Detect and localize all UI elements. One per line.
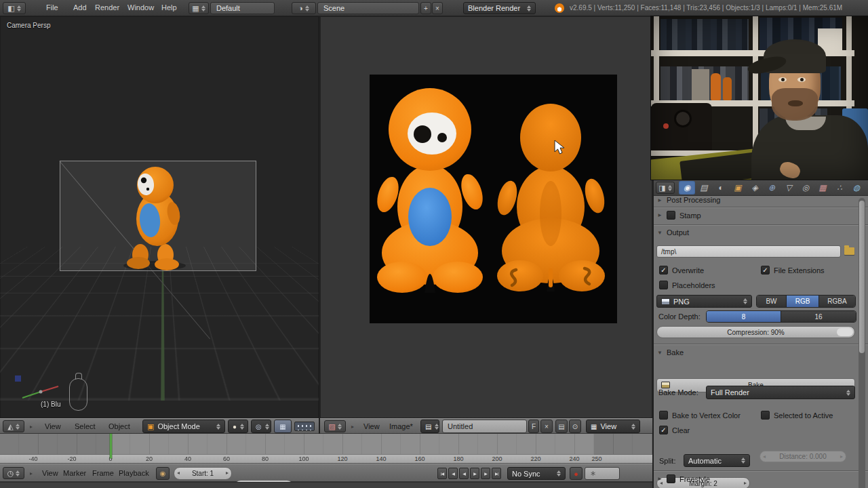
tab-particles[interactable]: ∴ [831,181,848,195]
bake-to-vertex-checkbox[interactable] [659,411,668,420]
record-autokey-button[interactable]: ● [570,467,583,480]
start-frame-field[interactable]: ◂ Start: 1 ▸ [174,467,232,480]
bake-distance-slider[interactable]: ◂ Distance: 0.000 ▸ [760,451,846,462]
timeline-playhead[interactable] [110,434,112,458]
tab-render[interactable]: ◉ [679,181,695,195]
timeline-menu-marker[interactable]: Marker [63,469,86,477]
tab-texture[interactable]: ▦ [814,181,831,195]
next-keyframe-button[interactable]: ▶ [481,468,490,479]
fake-user-button[interactable]: F [528,420,539,433]
tab-material[interactable]: ◎ [797,181,814,195]
header-collapse-icon[interactable]: ▸ [30,470,33,476]
pin-image-button[interactable]: ⊙ [569,420,581,433]
timeline-menu-playback[interactable]: Playback [119,469,149,477]
character-model-3d[interactable] [102,159,210,271]
menu-render[interactable]: Render [95,3,119,12]
keying-set-field[interactable]: ∗ [585,467,620,480]
image-name-field[interactable]: Untitled [442,420,527,433]
channels-rgb-button[interactable]: RGB [787,296,819,307]
output-path-field[interactable]: /tmp\ [656,245,841,258]
browse-output-path-button[interactable] [844,247,854,255]
preview-range-button[interactable]: ◉ [156,467,170,480]
decrement-icon[interactable]: ◂ [177,470,180,476]
timeline-menu-view[interactable]: View [42,469,58,477]
properties-scrollbar[interactable] [859,198,865,488]
freestyle-enable-checkbox[interactable] [667,474,675,483]
viewport-menu-view[interactable]: View [45,422,61,430]
screen-layout-name-field[interactable]: Default [210,2,275,14]
menu-file[interactable]: File [46,3,58,12]
file-extensions-option[interactable]: ✓ File Extensions [761,266,825,274]
timeline-track[interactable] [0,434,652,455]
manipulator-toggle-button[interactable]: ▦ [274,420,292,433]
panel-post-processing[interactable]: ► Post Processing [657,196,720,204]
display-mode-dropdown[interactable]: ▦ View [586,420,640,433]
mode-dropdown[interactable]: ▣ Object Mode [142,420,225,433]
clear-option[interactable]: ✓ Clear [659,426,690,434]
panel-bake[interactable]: ▼ Bake [657,348,684,357]
editor-type-info-button[interactable]: ◧ [3,2,26,14]
editor-type-uv-button[interactable]: ▨ [324,420,346,432]
unlink-image-button[interactable]: × [540,420,553,433]
placeholders-option[interactable]: Placeholders [659,281,715,289]
stamp-enable-checkbox[interactable] [667,211,675,220]
area-divider[interactable] [319,16,320,434]
file-extensions-checkbox[interactable]: ✓ [761,266,770,274]
3d-viewport[interactable]: Camera Persp (1) Blu [0,16,319,418]
pivot-point-dropdown[interactable]: ◎ [251,420,271,433]
header-collapse-icon[interactable]: ▸ [351,424,354,430]
tab-modifiers[interactable]: ⊕ [764,181,780,195]
timeline-ruler[interactable]: -40 -20 0 20 40 60 80 100 120 140 160 18… [0,455,652,464]
sync-mode-dropdown[interactable]: No Sync [507,467,566,480]
bake-to-vertex-option[interactable]: Bake to Vertex Color [659,411,741,420]
overwrite-option[interactable]: ✓ Overwrite [659,266,704,274]
viewport-menu-object[interactable]: Object [108,422,130,430]
panel-stamp[interactable]: ► Stamp [657,211,701,220]
play-button[interactable]: ▶ [470,468,479,479]
new-image-button[interactable]: ▤ [555,420,568,433]
menu-add[interactable]: Add [73,3,87,12]
uv-menu-image[interactable]: Image* [389,422,413,430]
panel-freestyle[interactable]: ► Freestyle [657,474,710,483]
layers-widget[interactable] [293,420,316,432]
editor-type-timeline-button[interactable]: ◷ [3,467,24,479]
panel-output[interactable]: ▼ Output [657,228,689,237]
scrollbar-thumb[interactable] [859,201,865,353]
overwrite-checkbox[interactable]: ✓ [659,266,668,274]
increment-icon[interactable]: ▸ [744,480,747,486]
scene-name-field[interactable]: Scene [317,2,419,14]
menu-window[interactable]: Window [127,3,154,12]
channels-bw-button[interactable]: BW [757,296,787,307]
tab-object[interactable]: ▣ [730,181,746,195]
tab-scene[interactable]: ▤ [696,181,712,195]
depth-8-button[interactable]: 8 [707,311,781,322]
depth-16-button[interactable]: 16 [781,311,856,322]
scene-browse-button[interactable]: ◑ [292,2,316,14]
tab-world[interactable]: ◐ [713,181,729,195]
clear-checkbox[interactable]: ✓ [659,426,668,434]
bake-mode-dropdown[interactable]: Full Render [706,386,855,399]
editor-type-properties-button[interactable]: ◨ [656,182,675,194]
screen-layout-browse-button[interactable]: ▦ [189,2,209,14]
jump-to-end-button[interactable]: ▶| [492,468,501,479]
tab-constraints[interactable]: ◈ [747,181,763,195]
menu-help[interactable]: Help [161,3,177,12]
render-engine-dropdown[interactable]: Blender Render [463,2,536,14]
viewport-menu-select[interactable]: Select [75,422,96,430]
jump-to-start-button[interactable]: |◀ [437,468,447,479]
add-scene-button[interactable]: + [420,2,431,14]
image-browse-dropdown[interactable]: ▤ [420,420,439,433]
tab-data[interactable]: ▽ [781,181,797,195]
viewport-shading-dropdown[interactable]: ● [228,420,248,433]
play-reverse-button[interactable]: ◀ [459,468,469,479]
placeholders-checkbox[interactable] [659,281,668,289]
delete-scene-button[interactable]: × [432,2,443,14]
uv-menu-view[interactable]: View [363,422,380,430]
header-collapse-icon[interactable]: ▸ [30,424,33,430]
slider-knob[interactable] [837,328,853,336]
channels-rgba-button[interactable]: RGBA [819,296,855,307]
increment-icon[interactable]: ▸ [226,470,229,476]
selected-to-active-option[interactable]: Selected to Active [761,411,833,420]
uv-image-editor[interactable] [320,16,652,418]
file-format-dropdown[interactable]: PNG [656,295,752,308]
